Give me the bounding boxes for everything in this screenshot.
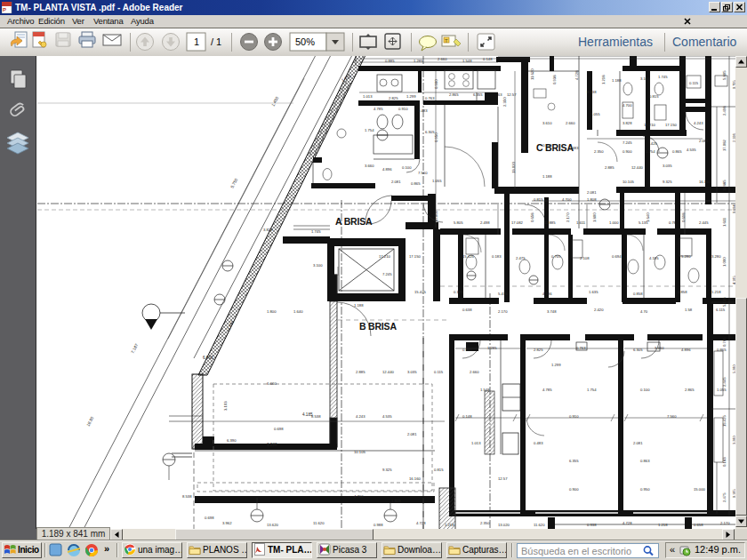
svg-text:5.475: 5.475 [498, 292, 508, 296]
svg-text:2.660: 2.660 [470, 370, 479, 374]
svg-text:3.280: 3.280 [711, 254, 721, 259]
svg-text:0.483: 0.483 [534, 441, 543, 445]
svg-text:0.938: 0.938 [552, 75, 557, 84]
svg-text:1.548: 1.548 [462, 59, 472, 63]
svg-text:1.745: 1.745 [658, 75, 668, 79]
svg-text:3.103: 3.103 [223, 401, 228, 411]
svg-text:0.858: 0.858 [633, 292, 643, 296]
svg-text:1.800: 1.800 [592, 212, 597, 222]
svg-text:4.243: 4.243 [356, 414, 365, 419]
svg-text:5.280: 5.280 [681, 254, 691, 259]
svg-text:3.035: 3.035 [663, 164, 672, 168]
svg-text:6.390: 6.390 [227, 438, 237, 443]
svg-text:2.350: 2.350 [594, 149, 604, 154]
svg-text:0.910: 0.910 [398, 107, 408, 111]
svg-text:2.498: 2.498 [480, 220, 490, 225]
svg-text:3.748: 3.748 [547, 309, 557, 314]
svg-text:B BRISA: B BRISA [359, 321, 397, 332]
svg-text:0.183: 0.183 [722, 457, 727, 467]
svg-text:1.450: 1.450 [270, 96, 279, 108]
svg-text:2.170: 2.170 [720, 521, 730, 525]
svg-text:16.160: 16.160 [409, 476, 421, 481]
svg-text:2.081: 2.081 [587, 190, 597, 195]
svg-text:15.000: 15.000 [694, 487, 705, 492]
svg-text:1.754: 1.754 [365, 128, 374, 132]
svg-text:4.535: 4.535 [382, 414, 392, 419]
svg-text:0.910: 0.910 [542, 143, 552, 148]
svg-text:17.082: 17.082 [511, 220, 523, 225]
svg-text:7.187: 7.187 [130, 343, 139, 355]
svg-text:4.728: 4.728 [574, 70, 579, 80]
svg-text:2.445: 2.445 [722, 377, 727, 387]
svg-text:1.800: 1.800 [267, 309, 277, 314]
svg-text:1.218: 1.218 [658, 523, 668, 527]
svg-text:1.055: 1.055 [717, 388, 727, 392]
svg-text:2.108: 2.108 [580, 256, 590, 260]
svg-text:0.483: 0.483 [569, 146, 579, 150]
svg-text:2.660: 2.660 [566, 121, 575, 125]
svg-text:3.962: 3.962 [222, 521, 232, 525]
svg-text:12.57: 12.57 [507, 92, 517, 97]
svg-text:7.560: 7.560 [418, 171, 428, 175]
svg-text:4.896: 4.896 [382, 167, 392, 172]
svg-text:0.115: 0.115 [689, 81, 699, 85]
svg-text:0.865: 0.865 [717, 348, 727, 352]
svg-text:1.635: 1.635 [589, 290, 598, 294]
svg-text:1.188: 1.188 [612, 78, 622, 83]
svg-text:4.535: 4.535 [687, 148, 696, 152]
svg-text:2.081: 2.081 [699, 139, 709, 143]
svg-text:1: 1 [194, 36, 199, 47]
svg-text:1.055: 1.055 [432, 179, 442, 183]
svg-text:2.660: 2.660 [438, 57, 447, 61]
svg-text:2.475: 2.475 [516, 256, 526, 260]
svg-text:1.218: 1.218 [711, 290, 721, 294]
svg-text:0.865: 0.865 [672, 149, 682, 154]
svg-text:13.620: 13.620 [267, 523, 278, 527]
svg-text:17.150: 17.150 [409, 254, 421, 259]
svg-text:3.828: 3.828 [622, 121, 632, 125]
svg-text:4.700: 4.700 [354, 494, 364, 499]
svg-text:0.694: 0.694 [612, 254, 622, 259]
svg-text:1.000: 1.000 [722, 257, 727, 267]
svg-text:18.90: 18.90 [85, 416, 94, 428]
svg-text:7.245: 7.245 [622, 140, 632, 145]
svg-text:17.150: 17.150 [665, 123, 677, 127]
svg-text:0.900: 0.900 [569, 487, 579, 492]
svg-text:1.754: 1.754 [587, 388, 597, 392]
svg-text:0.185: 0.185 [454, 290, 463, 294]
svg-text:3.660: 3.660 [655, 346, 664, 350]
svg-text:4.785: 4.785 [542, 388, 552, 392]
svg-text:2.475: 2.475 [722, 492, 727, 502]
svg-text:50%: 50% [295, 36, 315, 47]
svg-text:8.538: 8.538 [587, 90, 597, 94]
svg-text:11.885: 11.885 [544, 220, 556, 225]
svg-text:4.700: 4.700 [622, 103, 632, 108]
svg-text:15.425: 15.425 [414, 290, 426, 294]
svg-text:11.620: 11.620 [534, 523, 545, 527]
svg-text:1.548: 1.548 [480, 388, 490, 392]
svg-text:2.865: 2.865 [449, 92, 459, 97]
svg-text:1.188: 1.188 [354, 303, 364, 308]
svg-text:3.610: 3.610 [542, 121, 552, 125]
svg-text:2.858: 2.858 [678, 290, 687, 294]
svg-text:3.035: 3.035 [407, 370, 417, 374]
svg-text:1.808: 1.808 [391, 499, 401, 503]
svg-text:1.58: 1.58 [685, 308, 693, 312]
svg-text:0.885: 0.885 [385, 59, 395, 63]
svg-text:0.763: 0.763 [425, 96, 435, 100]
svg-text:2.885: 2.885 [605, 165, 614, 170]
svg-text:17.082: 17.082 [722, 140, 727, 151]
svg-text:A BRISA: A BRISA [335, 216, 373, 227]
svg-text:0.100: 0.100 [402, 165, 412, 170]
svg-text:16.160: 16.160 [699, 180, 711, 184]
svg-text:0.638: 0.638 [462, 308, 472, 312]
svg-text:1.218: 1.218 [601, 75, 606, 84]
svg-text:2.081: 2.081 [407, 432, 417, 436]
svg-text:0.698: 0.698 [274, 427, 284, 431]
svg-text:1.285: 1.285 [414, 59, 423, 63]
svg-text:0.183: 0.183 [492, 254, 502, 259]
svg-text:0.100: 0.100 [640, 388, 650, 392]
svg-text:6.355: 6.355 [569, 459, 579, 463]
svg-text:3.280: 3.280 [267, 443, 277, 447]
svg-text:T: T [445, 38, 448, 44]
